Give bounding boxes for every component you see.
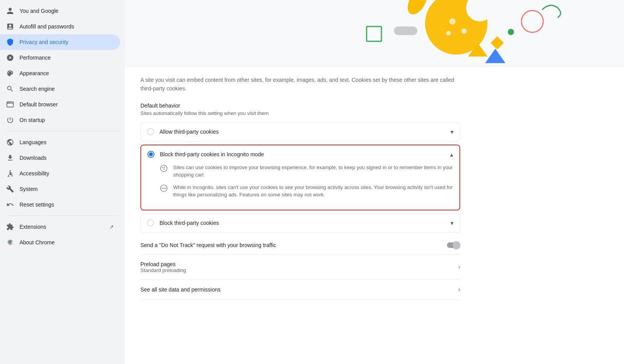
sidebar-item-downloads[interactable]: Downloads	[0, 150, 120, 166]
sidebar-item-label: Performance	[20, 55, 51, 61]
speed-icon	[6, 54, 14, 62]
chevron-up-icon: ▴	[450, 151, 453, 158]
radio-circle-block-incognito	[147, 151, 154, 158]
sidebar-item-accessibility[interactable]: Accessibility	[0, 166, 120, 181]
globe-icon	[6, 138, 14, 146]
sidebar-item-label: Accessibility	[20, 170, 49, 177]
radio-block-all-cookies[interactable]: Block third-party cookies ▾	[140, 214, 460, 233]
palette-icon	[6, 69, 14, 77]
sidebar: You and Google Autofill and passwords Pr…	[0, 0, 125, 364]
svg-marker-16	[485, 49, 505, 63]
sidebar-item-privacy-security[interactable]: Privacy and security	[0, 34, 120, 50]
sidebar-item-performance[interactable]: Performance	[0, 50, 120, 65]
person-icon	[6, 7, 14, 15]
setting-preload-pages[interactable]: Preload pages Standard preloading ›	[140, 255, 460, 280]
cookie-detail-text-1: Sites can use cookies to improve your br…	[173, 164, 453, 179]
svg-point-9	[449, 18, 456, 25]
sidebar-item-label: Search engine	[20, 86, 55, 92]
sidebar-item-label: Privacy and security	[20, 39, 68, 45]
radio-block-incognito[interactable]: Block third-party cookies in Incognito m…	[140, 145, 460, 210]
preload-pages-subtitle: Standard preloading	[140, 267, 458, 273]
svg-rect-12	[367, 27, 381, 41]
svg-point-4	[9, 102, 10, 103]
sidebar-item-label: On startup	[20, 117, 45, 123]
sidebar-item-label: Downloads	[20, 155, 46, 161]
block-detail-icon	[160, 184, 168, 192]
sidebar-item-label: Default browser	[20, 101, 58, 108]
sidebar-item-default-browser[interactable]: Default browser	[0, 97, 120, 112]
svg-point-21	[162, 167, 163, 168]
sidebar-item-about-chrome[interactable]: About Chrome	[0, 235, 120, 250]
svg-point-3	[9, 102, 9, 103]
radio-circle-block-all	[147, 219, 154, 226]
svg-point-18	[521, 11, 543, 32]
sidebar-item-on-startup[interactable]: On startup	[0, 112, 120, 128]
svg-point-20	[161, 165, 167, 171]
sidebar-item-search-engine[interactable]: Search engine	[0, 81, 120, 97]
svg-rect-15	[491, 36, 504, 49]
cookie-detail-text-2: While in Incognito, sites can't use your…	[173, 184, 453, 199]
cookies-description: A site you visit can embed content from …	[140, 76, 460, 93]
cookie-detail-1: Sites can use cookies to improve your br…	[160, 164, 453, 179]
hero-illustration	[125, 0, 624, 66]
autofill-icon	[6, 23, 14, 30]
power-icon	[6, 116, 14, 124]
sidebar-item-label: Appearance	[20, 70, 49, 76]
sidebar-item-reset-settings[interactable]: Reset settings	[0, 197, 120, 212]
external-link-icon: ↗	[109, 224, 114, 230]
chevron-down-icon: ▾	[450, 128, 454, 136]
setting-do-not-track: Send a "Do Not Track" request with your …	[140, 236, 460, 255]
svg-point-22	[164, 166, 165, 168]
sidebar-item-extensions[interactable]: Extensions ↗	[0, 219, 120, 235]
sidebar-item-label: About Chrome	[20, 239, 55, 246]
search-icon	[6, 85, 14, 93]
accessibility-icon	[6, 170, 14, 177]
default-behavior-title: Default behavior	[140, 102, 460, 109]
site-data-arrow: ›	[458, 286, 460, 293]
preload-pages-label: Preload pages Standard preloading	[140, 261, 458, 273]
puzzle-icon	[6, 223, 14, 231]
cookie-detail-2: While in Incognito, sites can't use your…	[160, 184, 453, 199]
cookie-settings-content: A site you visit can embed content from …	[125, 66, 476, 309]
incognito-details: Sites can use cookies to improve your br…	[141, 164, 459, 210]
svg-point-11	[446, 31, 451, 35]
main-content: A site you visit can embed content from …	[125, 0, 624, 364]
svg-point-5	[9, 170, 11, 171]
svg-point-17	[508, 29, 514, 35]
sidebar-divider-1	[6, 131, 119, 131]
sidebar-item-autofill[interactable]: Autofill and passwords	[0, 19, 120, 34]
sidebar-item-label: Extensions	[20, 224, 46, 230]
svg-point-10	[461, 28, 467, 34]
radio-block-incognito-header: Block third-party cookies in Incognito m…	[141, 145, 459, 164]
reset-icon	[6, 201, 14, 209]
sidebar-item-system[interactable]: System	[0, 181, 120, 197]
sidebar-item-languages[interactable]: Languages	[0, 134, 120, 150]
svg-point-23	[164, 168, 165, 170]
browser-icon	[6, 101, 14, 108]
setting-site-data[interactable]: See all site data and permissions ›	[140, 280, 460, 300]
sidebar-divider-2	[6, 216, 119, 216]
radio-label-block-incognito: Block third-party cookies in Incognito m…	[160, 151, 450, 157]
sidebar-item-label: Reset settings	[20, 201, 54, 208]
radio-label-block-all: Block third-party cookies	[160, 220, 450, 226]
default-behavior-subtitle: Sites automatically follow this setting …	[140, 110, 460, 116]
preload-pages-arrow: ›	[458, 263, 460, 270]
sidebar-item-appearance[interactable]: Appearance	[0, 65, 120, 81]
radio-circle-allow	[147, 128, 154, 135]
wrench-icon	[6, 185, 14, 193]
sidebar-item-you-and-google[interactable]: You and Google	[0, 3, 120, 19]
do-not-track-title: Send a "Do Not Track" request with your …	[140, 242, 447, 248]
shield-icon	[6, 38, 14, 46]
radio-allow-cookies[interactable]: Allow third-party cookies ▾	[140, 122, 460, 141]
do-not-track-toggle[interactable]	[447, 242, 460, 248]
cookie-detail-icon	[160, 164, 168, 172]
site-data-label: See all site data and permissions	[140, 286, 458, 293]
sidebar-item-label: Languages	[20, 139, 46, 145]
do-not-track-label: Send a "Do Not Track" request with your …	[140, 242, 447, 248]
sidebar-item-label: System	[20, 186, 38, 192]
preload-pages-title: Preload pages	[140, 261, 458, 267]
chrome-icon	[6, 239, 14, 246]
svg-rect-13	[394, 27, 417, 35]
site-data-title: See all site data and permissions	[140, 286, 458, 293]
chevron-down-icon-2: ▾	[450, 219, 454, 227]
